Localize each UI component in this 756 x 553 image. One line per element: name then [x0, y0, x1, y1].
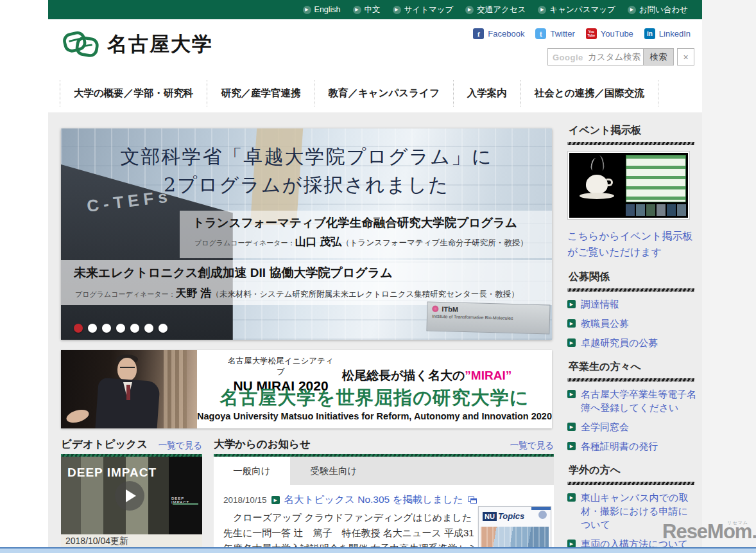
event-board-link[interactable]: こちらからイベント掲示板がご覧いただけます: [567, 228, 696, 260]
arrow-icon: ▶: [628, 6, 636, 14]
topbar-link-sitemap[interactable]: ▶サイトマップ: [393, 4, 454, 15]
nav-item-research[interactable]: 研究／産学官連携: [207, 80, 314, 107]
coordinator-affiliation: （未来材料・システム研究所附属未来エレクトロニクス集積研究センター長・教授）: [211, 290, 519, 299]
arrow-icon: ▶: [538, 6, 546, 14]
carousel-dot-3[interactable]: [102, 324, 111, 333]
search-input-wrap: Google: [548, 49, 643, 65]
list-item: ▶卓越研究員の公募: [567, 336, 697, 349]
search-input[interactable]: [548, 49, 643, 65]
nu-topics-thumbnail[interactable]: NU Topics: [478, 506, 551, 553]
news-more-link[interactable]: 一覧で見る: [510, 440, 554, 452]
sidebar-heading-external: 学外の方へ: [569, 464, 702, 477]
tab-general[interactable]: 一般向け: [214, 457, 290, 485]
search-button[interactable]: 検索: [643, 49, 673, 65]
sidebar-heading-recruitment: 公募関係: [569, 270, 702, 284]
carousel-dot-4[interactable]: [116, 324, 125, 333]
program-1-title: トランスフォーマティブ化学生命融合研究大学院プログラム: [193, 215, 517, 231]
carousel-dot-2[interactable]: [88, 324, 97, 333]
sidebar-link-excellent-researchers[interactable]: 卓越研究員の公募: [581, 337, 658, 348]
video-title: DEEP IMPACT: [67, 466, 157, 480]
sidebar-link-alumni-association[interactable]: 全学同窓会: [581, 421, 629, 432]
search-close-button[interactable]: ×: [677, 48, 694, 66]
event-list-graphic: [626, 155, 686, 202]
coffee-saucer: [580, 193, 614, 199]
video-side-detail: [173, 503, 198, 505]
carousel-dots: [74, 324, 168, 333]
video-updated-text: 2018/10/04更新: [65, 536, 128, 546]
social-label: LinkedIn: [659, 29, 691, 39]
coordinator-label: プログラムコーディネーター：: [75, 290, 176, 298]
social-link-twitter[interactable]: tTwitter: [535, 28, 574, 39]
news-heading: 大学からのお知らせ: [214, 437, 311, 452]
nav-item-about[interactable]: 大学の概要／学部・研究科: [60, 80, 207, 107]
program-2-coordinator: プログラムコーディネーター：天野 浩（未来材料・システム研究所附属未来エレクトロ…: [75, 286, 519, 301]
topbar-link-contact[interactable]: ▶お問い合わせ: [628, 4, 688, 15]
green-arrow-icon: ▶: [567, 442, 576, 450]
alumni-links: ▶名古屋大学卒業生等電子名簿へ登録してください ▶全学同窓会 ▶各種証明書の発行: [567, 387, 702, 453]
green-arrow-icon: ▶: [567, 423, 576, 431]
nu-topics-accent: [531, 507, 551, 510]
carousel-dot-7[interactable]: [159, 324, 168, 333]
social-label: Twitter: [550, 29, 574, 39]
resemom-watermark: リセマム ReseMom.: [662, 520, 756, 543]
social-link-youtube[interactable]: YouTubeYouTube: [586, 28, 633, 39]
site-header: 名古屋大学 fFacebook tTwitter YouTubeYouTube …: [48, 19, 702, 74]
hero-title-line2: 2プログラムが採択されました: [61, 171, 552, 199]
tab-applicants[interactable]: 受験生向け: [290, 457, 377, 485]
sidebar-divider: [567, 142, 694, 145]
green-arrow-icon: ▶: [271, 496, 280, 504]
topbar-link-label: キャンパスマップ: [549, 4, 615, 15]
topbar-link-label: サイトマップ: [404, 4, 454, 15]
video-topics-more-link[interactable]: 一覧で見る: [159, 440, 202, 452]
sidebar-divider: [567, 288, 694, 292]
nav-item-collaboration[interactable]: 社会との連携／国際交流: [520, 80, 658, 107]
event-board-image[interactable]: [567, 151, 690, 220]
logo-emblem-icon: [61, 28, 101, 60]
topbar: ▶English ▶中文 ▶サイトマップ ▶交通アクセス ▶キャンパスマップ ▶…: [48, 0, 702, 19]
social-link-facebook[interactable]: fFacebook: [473, 28, 524, 39]
news-item-link[interactable]: 名大トピックス No.305 を掲載しました: [284, 493, 463, 507]
program-2-title: 未来エレクトロニクス創成加速 DII 協働大学院プログラム: [74, 265, 393, 281]
arrow-icon: ▶: [465, 6, 474, 14]
carousel-dot-6[interactable]: [144, 324, 153, 333]
social-links: fFacebook tTwitter YouTubeYouTube inLink…: [473, 28, 691, 39]
sidebar-link-faculty-recruitment[interactable]: 教職員公募: [581, 318, 629, 329]
hero-carousel[interactable]: C-TEFs 文部科学省「卓越大学院プログラム」に 2プログラムが採択されました…: [61, 128, 552, 340]
carousel-dot-1[interactable]: [74, 324, 83, 333]
twitter-icon: t: [535, 28, 546, 39]
photo-detail: [120, 367, 135, 370]
video-thumbnail[interactable]: DEEP IMPACT DEEP IMPACT: [61, 457, 202, 534]
main-nav: 大学の概要／学部・研究科 研究／産学官連携 教育／キャンパスライフ 入学案内 社…: [48, 74, 702, 112]
coffee-steam: [596, 155, 605, 171]
topbar-link-access[interactable]: ▶交通アクセス: [465, 4, 526, 15]
green-arrow-icon: ▶: [567, 319, 576, 328]
mirai-banner[interactable]: 名古屋大学松尾イニシアティブ NU MIRAI 2020 松尾総長が描く名大の”…: [61, 350, 552, 428]
sidebar-link-certificates[interactable]: 各種証明書の発行: [581, 441, 658, 452]
social-link-linkedin[interactable]: inLinkedIn: [644, 28, 691, 39]
search-box: Google 検索: [547, 48, 674, 66]
topbar-link-chinese[interactable]: ▶中文: [353, 4, 381, 15]
page-right-margin: [702, 0, 756, 553]
topbar-link-campus-map[interactable]: ▶キャンパスマップ: [538, 4, 615, 15]
green-arrow-icon: ▶: [567, 493, 576, 502]
president-photo: [61, 350, 197, 428]
news-body-text: クローズアップ クラウドファンディングはじめました 先生に一問一答 辻 篤子 特…: [223, 510, 481, 549]
topbar-link-english[interactable]: ▶English: [303, 5, 341, 14]
nav-item-admissions[interactable]: 入学案内: [453, 80, 520, 107]
sidebar-link-alumni-register[interactable]: 名古屋大学卒業生等電子名簿へ登録してください: [581, 389, 696, 413]
play-button-icon[interactable]: [115, 481, 144, 511]
video-topics-header: ビデオトピックス 一覧で見る: [61, 437, 202, 452]
university-logo[interactable]: 名古屋大学: [61, 28, 213, 60]
hero-title-line1: 文部科学省「卓越大学院プログラム」に: [61, 143, 552, 171]
sidebar-heading-alumni: 卒業生の方々へ: [569, 360, 702, 374]
mirai-headline: 名古屋大学を世界屈指の研究大学に: [197, 385, 552, 411]
carousel-dot-5[interactable]: [130, 324, 139, 333]
window-bottom-edge: [0, 547, 756, 553]
watermark-ruby: リセマム: [727, 520, 748, 526]
nav-item-education[interactable]: 教育／キャンパスライフ: [314, 80, 452, 107]
video-topics-heading: ビデオトピックス: [61, 437, 148, 452]
list-item: ▶調達情報: [567, 297, 697, 311]
list-item: ▶名古屋大学卒業生等電子名簿へ登録してください: [567, 387, 697, 414]
arrow-icon: ▶: [353, 6, 361, 14]
sidebar-link-procurement[interactable]: 調達情報: [581, 299, 619, 310]
